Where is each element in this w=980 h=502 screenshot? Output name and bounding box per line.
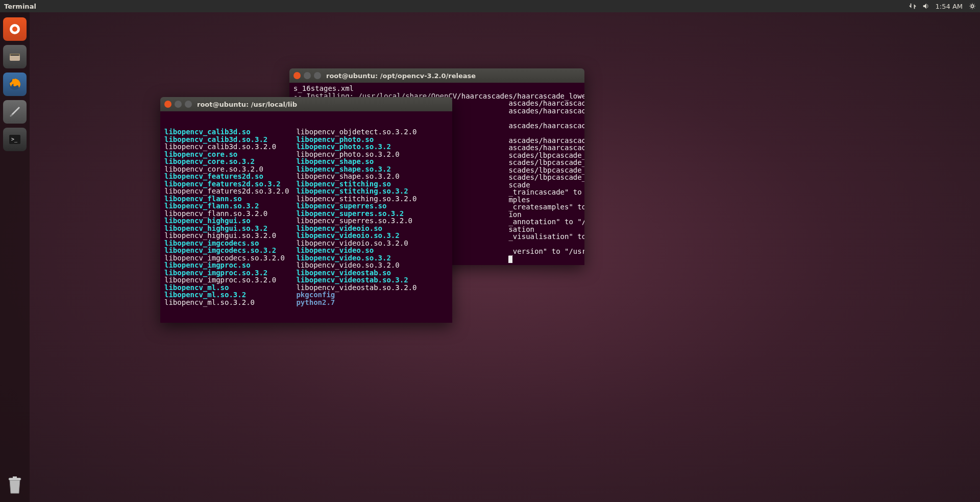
file-entry: libopencv_core.so (164, 151, 289, 158)
file-entry: libopencv_videostab.so.3.2 (296, 276, 416, 284)
file-entry: libopencv_highgui.so (164, 217, 289, 225)
file-entry: libopencv_imgcodecs.so.3.2.0 (164, 254, 289, 262)
minimize-icon[interactable] (175, 101, 182, 108)
file-entry: libopencv_imgcodecs.so.3.2 (164, 247, 289, 254)
close-icon[interactable] (293, 72, 301, 79)
titlebar-front[interactable]: root@ubuntu: /usr/local/lib (160, 97, 452, 111)
file-entry: python2.7 (296, 299, 416, 306)
file-entry: libopencv_highgui.so.3.2 (164, 225, 289, 232)
file-entry: libopencv_core.so.3.2 (164, 158, 289, 165)
launcher-settings[interactable] (3, 100, 27, 124)
launcher-files[interactable] (3, 45, 27, 68)
maximize-icon[interactable] (185, 101, 192, 108)
file-entry: libopencv_flann.so.3.2 (164, 202, 289, 210)
terminal-window-front[interactable]: root@ubuntu: /usr/local/lib libopencv_ca… (160, 97, 452, 323)
file-entry: libopencv_ml.so.3.2 (164, 291, 289, 299)
file-entry: libopencv_stitching.so (296, 180, 416, 188)
terminal-output-front[interactable]: libopencv_calib3d.solibopencv_calib3d.so… (160, 111, 452, 323)
close-icon[interactable] (164, 101, 172, 108)
file-entry: libopencv_videostab.so.3.2.0 (296, 284, 416, 292)
file-entry: libopencv_calib3d.so.3.2.0 (164, 143, 289, 151)
file-entry: libopencv_ml.so (164, 284, 289, 292)
svg-rect-9 (9, 478, 21, 480)
minimize-icon[interactable] (304, 72, 311, 79)
file-entry: libopencv_imgproc.so.3.2.0 (164, 276, 289, 284)
file-entry: libopencv_imgproc.so (164, 261, 289, 269)
file-entry: libopencv_video.so.3.2 (296, 254, 416, 262)
file-entry: libopencv_calib3d.so.3.2 (164, 136, 289, 144)
file-entry: libopencv_ml.so.3.2.0 (164, 299, 289, 306)
svg-point-0 (971, 5, 973, 7)
file-entry: libopencv_imgcodecs.so (164, 240, 289, 247)
file-entry: libopencv_superres.so.3.2 (296, 210, 416, 218)
launcher-dash[interactable] (3, 17, 27, 41)
file-entry: libopencv_features2d.so (164, 173, 289, 180)
clock[interactable]: 1:54 AM (936, 3, 963, 10)
file-entry: libopencv_flann.so (164, 195, 289, 203)
file-entry: libopencv_imgproc.so.3.2 (164, 269, 289, 277)
file-entry: libopencv_superres.so (296, 202, 416, 210)
sound-icon[interactable] (922, 3, 929, 10)
cursor (508, 256, 512, 263)
launcher-firefox[interactable] (3, 73, 27, 96)
network-icon[interactable] (909, 3, 916, 10)
file-entry: libopencv_photo.so.3.2.0 (296, 151, 416, 158)
file-entry: libopencv_videoio.so.3.2 (296, 232, 416, 240)
file-entry: libopencv_highgui.so.3.2.0 (164, 232, 289, 240)
svg-rect-5 (11, 55, 19, 56)
file-entry: libopencv_stitching.so.3.2.0 (296, 195, 416, 203)
gear-icon[interactable] (969, 3, 976, 10)
app-title: Terminal (4, 3, 36, 10)
file-entry: libopencv_features2d.so.3.2 (164, 180, 289, 188)
maximize-icon[interactable] (314, 72, 321, 79)
menu-bar[interactable]: Terminal 1:54 AM (0, 0, 980, 12)
file-entry: pkgconfig (296, 291, 416, 299)
file-entry: libopencv_objdetect.so.3.2.0 (296, 128, 416, 136)
file-entry: libopencv_superres.so.3.2.0 (296, 217, 416, 225)
file-entry: libopencv_videoio.so.3.2.0 (296, 240, 416, 247)
terminal-line: s_16stages.xml (293, 85, 580, 92)
file-entry: libopencv_photo.so.3.2 (296, 143, 416, 151)
file-entry: libopencv_flann.so.3.2.0 (164, 210, 289, 218)
file-entry: libopencv_videostab.so (296, 269, 416, 277)
file-entry: libopencv_core.so.3.2.0 (164, 165, 289, 173)
file-entry: libopencv_features2d.so.3.2.0 (164, 187, 289, 195)
file-entry: libopencv_shape.so (296, 158, 416, 165)
launcher-dock: >_ (0, 12, 30, 502)
svg-text:>_: >_ (11, 136, 18, 142)
file-entry: libopencv_video.so (296, 247, 416, 254)
file-entry: libopencv_calib3d.so (164, 128, 289, 136)
file-entry: libopencv_shape.so.3.2.0 (296, 173, 416, 180)
svg-point-2 (12, 27, 17, 32)
file-entry: libopencv_photo.so (296, 136, 416, 144)
file-entry: libopencv_videoio.so (296, 225, 416, 232)
file-entry: libopencv_video.so.3.2.0 (296, 261, 416, 269)
file-entry: libopencv_stitching.so.3.2 (296, 187, 416, 195)
launcher-trash[interactable] (3, 473, 27, 497)
file-entry: libopencv_shape.so.3.2 (296, 165, 416, 173)
launcher-terminal[interactable]: >_ (3, 128, 27, 151)
title-text-front: root@ubuntu: /usr/local/lib (197, 101, 297, 108)
svg-rect-10 (13, 476, 17, 478)
titlebar-back[interactable]: root@ubuntu: /opt/opencv-3.2.0/release (289, 68, 584, 83)
title-text-back: root@ubuntu: /opt/opencv-3.2.0/release (326, 72, 476, 80)
